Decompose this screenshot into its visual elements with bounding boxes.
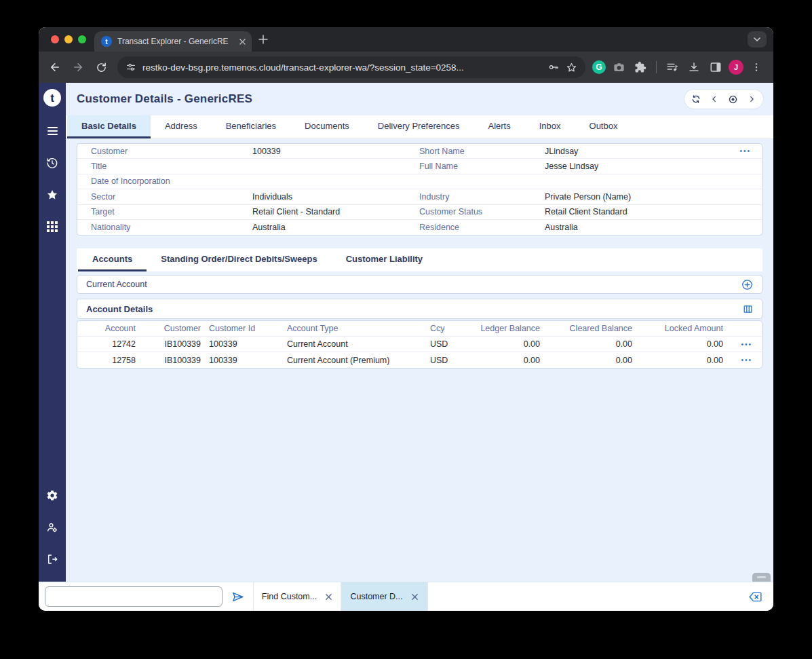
zoom-window-button[interactable] <box>78 35 86 43</box>
account-details-title: Account Details <box>86 304 153 314</box>
apps-grid-icon[interactable] <box>45 219 60 234</box>
col-header[interactable]: Ccy <box>426 324 480 333</box>
content-area: Customer 100339 Short Name JLindsay ••• … <box>66 139 773 582</box>
page-header: Customer Details - GenericRES <box>66 83 773 115</box>
col-header[interactable]: Ledger Balance <box>480 324 540 333</box>
panel-resize-handle[interactable] <box>752 573 771 582</box>
add-account-icon[interactable] <box>741 279 753 290</box>
basic-details-card: Customer 100339 Short Name JLindsay ••• … <box>77 143 762 236</box>
field-value: Jesse Lindsay <box>545 162 731 171</box>
tab-inbox[interactable]: Inbox <box>525 115 575 138</box>
tab-standing-orders[interactable]: Standing Order/Direct Debits/Sweeps <box>147 248 331 271</box>
logout-icon[interactable] <box>45 552 60 567</box>
main-panel: Customer Details - GenericRES <box>66 83 773 582</box>
current-record-icon[interactable] <box>727 92 740 106</box>
chrome-menu-icon[interactable] <box>748 58 765 76</box>
extensions-puzzle-icon[interactable] <box>632 58 649 76</box>
command-input[interactable] <box>45 586 223 607</box>
site-settings-icon[interactable] <box>125 62 136 73</box>
send-command-icon[interactable] <box>231 590 244 603</box>
next-record-icon[interactable] <box>745 92 758 106</box>
column-settings-icon[interactable] <box>743 304 753 314</box>
app-area: t Customer Details - GenericRES <box>39 83 773 582</box>
field-value: Individuals <box>252 192 419 202</box>
profile-avatar[interactable]: J <box>729 60 743 75</box>
field-row: Customer 100339 Short Name JLindsay ••• <box>77 144 762 159</box>
field-label: Target <box>91 207 252 216</box>
col-header[interactable]: Account <box>77 324 136 333</box>
back-button[interactable] <box>45 58 64 77</box>
toolbar-separator <box>656 61 657 73</box>
window-controls <box>39 35 94 43</box>
downloads-icon[interactable] <box>685 58 703 76</box>
row-menu-icon[interactable]: ••• <box>723 356 762 364</box>
col-header[interactable]: Locked Amount <box>632 324 723 333</box>
field-label: Short Name <box>419 147 545 156</box>
col-header[interactable]: Cleared Balance <box>540 324 632 333</box>
address-bar[interactable]: restko-dev-bsg.pre.temenos.cloud/transac… <box>117 56 585 78</box>
close-workspace-tab-icon[interactable] <box>325 593 332 601</box>
col-header[interactable]: Customer Id <box>201 324 284 333</box>
row-menu-icon[interactable]: ••• <box>723 341 762 348</box>
card-menu-icon[interactable]: ••• <box>731 147 762 155</box>
favorites-star-icon[interactable] <box>45 187 60 202</box>
side-panel-icon[interactable] <box>707 58 724 76</box>
workspace-tab-label: Find Custom... <box>262 592 317 601</box>
close-tab-icon[interactable] <box>239 38 246 45</box>
bottom-command-bar: Find Custom... Customer D... <box>39 582 773 611</box>
table-row[interactable]: 12758 IB100339 100339 Current Account (P… <box>77 352 762 368</box>
app-sidebar: t <box>39 83 66 582</box>
workspace-tab-customer-details[interactable]: Customer D... <box>341 582 428 611</box>
tab-beneficiaries[interactable]: Beneficiaries <box>212 115 290 138</box>
table-row[interactable]: 12742 IB100339 100339 Current Account US… <box>77 337 762 352</box>
current-account-label: Current Account <box>86 280 147 289</box>
browser-tab-title: Transact Explorer - GenericRE <box>117 37 233 46</box>
field-row: Nationality Australia Residence Australi… <box>77 220 762 235</box>
field-label: Customer <box>91 147 252 156</box>
tab-outbox[interactable]: Outbox <box>575 115 632 138</box>
field-label: Nationality <box>91 223 252 232</box>
new-tab-button[interactable] <box>258 35 268 44</box>
media-playlist-icon[interactable] <box>663 58 681 76</box>
history-icon[interactable] <box>45 155 60 170</box>
field-value: Retail Client Standard <box>545 207 731 216</box>
forward-button[interactable] <box>69 58 88 77</box>
site-favicon: t <box>101 36 112 47</box>
tab-basic-details[interactable]: Basic Details <box>67 115 151 138</box>
minimize-window-button[interactable] <box>64 35 73 43</box>
bookmark-star-icon[interactable] <box>566 62 577 73</box>
close-window-button[interactable] <box>51 35 59 43</box>
user-admin-icon[interactable] <box>45 520 60 535</box>
refresh-record-icon[interactable] <box>689 92 703 106</box>
col-header[interactable]: Account Type <box>284 324 426 333</box>
field-label: Industry <box>419 192 545 202</box>
grammarly-extension-icon[interactable]: G <box>592 60 606 74</box>
url-text: restko-dev-bsg.pre.temenos.cloud/transac… <box>142 62 541 73</box>
reload-button[interactable] <box>92 58 111 77</box>
workspace-tab-label: Customer D... <box>350 592 402 601</box>
close-workspace-tab-icon[interactable] <box>411 593 419 601</box>
password-key-icon[interactable] <box>547 61 560 73</box>
settings-gear-icon[interactable] <box>45 488 60 503</box>
prev-record-icon[interactable] <box>708 92 721 106</box>
tab-documents[interactable]: Documents <box>290 115 364 138</box>
col-header[interactable]: Customer <box>136 324 201 333</box>
account-details-header: Account Details <box>77 299 762 319</box>
field-row: Title Full Name Jesse Lindsay <box>77 159 762 174</box>
tab-alerts[interactable]: Alerts <box>473 115 524 138</box>
workspace-tab-find-customer[interactable]: Find Custom... <box>253 582 341 611</box>
menu-hamburger-icon[interactable] <box>45 124 60 138</box>
tab-address[interactable]: Address <box>151 115 212 138</box>
tab-search-button[interactable] <box>748 31 767 48</box>
clear-backspace-icon[interactable] <box>748 590 762 604</box>
tab-accounts[interactable]: Accounts <box>78 248 147 271</box>
field-row: Sector Individuals Industry Private Pers… <box>77 189 762 204</box>
browser-tab[interactable]: t Transact Explorer - GenericRE <box>94 31 252 52</box>
tab-customer-liability[interactable]: Customer Liability <box>332 248 437 271</box>
tab-delivery-preferences[interactable]: Delivery Preferences <box>364 115 474 138</box>
customer-tabs: Basic Details Address Beneficiaries Docu… <box>66 115 773 139</box>
browser-toolbar: restko-dev-bsg.pre.temenos.cloud/transac… <box>39 52 773 83</box>
table-header-row: Account Customer Customer Id Account Typ… <box>77 321 762 337</box>
field-value: JLindsay <box>545 147 731 156</box>
screenshot-extension-icon[interactable] <box>610 58 627 76</box>
